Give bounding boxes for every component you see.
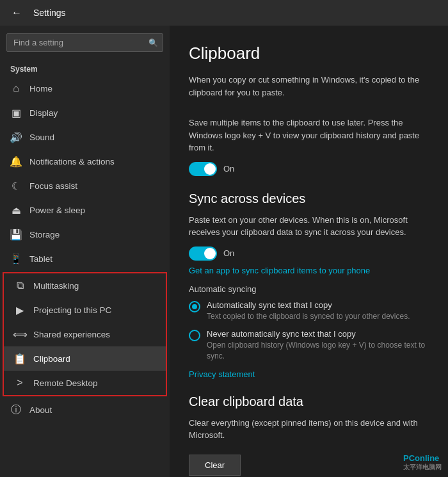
sidebar-item-clipboard[interactable]: 📋 Clipboard xyxy=(4,346,166,371)
notifications-icon: 🔔 xyxy=(10,156,22,167)
sidebar-item-clipboard-label: Clipboard xyxy=(33,354,70,364)
shared-experiences-icon: ⟺ xyxy=(14,328,26,340)
search-icon: 🔍 xyxy=(148,38,158,47)
sidebar-item-shared-experiences[interactable]: ⟺ Shared experiences xyxy=(4,322,166,346)
sidebar-item-projecting[interactable]: ▶ Projecting to this PC xyxy=(4,298,166,322)
projecting-icon: ▶ xyxy=(14,304,26,316)
storage-icon: 💾 xyxy=(10,229,22,240)
sync-toggle[interactable] xyxy=(189,247,217,261)
sidebar-item-display[interactable]: ▣ Display xyxy=(0,101,170,125)
auto-syncing-label: Automatic syncing xyxy=(189,284,429,294)
topbar-title: Settings xyxy=(33,8,66,18)
privacy-link[interactable]: Privacy statement xyxy=(189,369,429,379)
clipboard-history-toggle[interactable] xyxy=(189,162,217,176)
radio2-sub: Open clipboard history (Windows logo key… xyxy=(207,340,429,362)
sidebar-item-power-label: Power & sleep xyxy=(29,206,85,215)
radio1-sub: Text copied to the clipboard is synced t… xyxy=(207,311,410,322)
focus-assist-icon: ☾ xyxy=(10,180,22,191)
sidebar-item-tablet-label: Tablet xyxy=(29,254,52,264)
intro-text: When you copy or cut something in Window… xyxy=(189,74,429,99)
back-button[interactable]: ← xyxy=(8,4,26,22)
remote-desktop-icon: > xyxy=(14,377,26,389)
sound-icon: 🔊 xyxy=(10,131,22,143)
sidebar-item-home-label: Home xyxy=(29,84,52,93)
toggle1-label: On xyxy=(223,164,234,174)
radio1-label: Automatically sync text that I copy xyxy=(207,300,410,310)
sidebar-search-container: 🔍 xyxy=(6,33,163,52)
sidebar-item-multitasking[interactable]: ⧉ Multitasking xyxy=(4,273,166,298)
sidebar-item-notifications[interactable]: 🔔 Notifications & actions xyxy=(0,149,170,174)
sidebar-item-storage[interactable]: 💾 Storage xyxy=(0,222,170,247)
sync-description: Paste text on your other devices. When t… xyxy=(189,214,429,239)
toggle2-row: On xyxy=(189,247,429,261)
home-icon: ⌂ xyxy=(10,83,22,94)
radio-option-auto[interactable]: Automatically sync text that I copy Text… xyxy=(189,300,429,322)
sidebar-item-about-label: About xyxy=(29,405,52,415)
sidebar-item-about[interactable]: ⓘ About xyxy=(0,398,170,422)
clear-section-title: Clear clipboard data xyxy=(189,394,429,409)
radio2-circle xyxy=(189,330,200,341)
toggle2-label: On xyxy=(223,248,234,258)
sidebar-item-home[interactable]: ⌂ Home xyxy=(0,76,170,101)
sidebar: 🔍 System ⌂ Home ▣ Display 🔊 Sound 🔔 Noti… xyxy=(0,26,170,477)
sidebar-item-multitasking-label: Multitasking xyxy=(33,281,79,291)
sidebar-item-display-label: Display xyxy=(29,108,58,118)
sidebar-item-remote-desktop[interactable]: > Remote Desktop xyxy=(4,371,166,395)
clear-description: Clear everything (except pinned items) o… xyxy=(189,417,429,442)
sidebar-item-storage-label: Storage xyxy=(29,230,60,239)
page-title: Clipboard xyxy=(189,44,429,63)
sidebar-section-label: System xyxy=(0,60,170,76)
sidebar-highlight-group: ⧉ Multitasking ▶ Projecting to this PC ⟺… xyxy=(3,272,167,396)
toggle1-row: On xyxy=(189,162,429,176)
history-label: Save multiple items to the clipboard to … xyxy=(189,117,429,154)
toggle2-knob xyxy=(204,248,216,259)
sidebar-item-sound[interactable]: 🔊 Sound xyxy=(0,125,170,149)
sidebar-item-remote-label: Remote Desktop xyxy=(33,378,98,388)
clear-button[interactable]: Clear xyxy=(189,455,241,476)
sidebar-item-focus-assist[interactable]: ☾ Focus assist xyxy=(0,174,170,198)
sidebar-item-notifications-label: Notifications & actions xyxy=(29,157,115,166)
sidebar-item-power-sleep[interactable]: ⏏ Power & sleep xyxy=(0,198,170,222)
radio1-circle xyxy=(189,301,200,312)
about-icon: ⓘ xyxy=(10,404,22,416)
sidebar-item-tablet[interactable]: 📱 Tablet xyxy=(0,247,170,271)
radio2-label: Never automatically sync text that I cop… xyxy=(207,329,429,339)
search-input[interactable] xyxy=(6,33,163,52)
radio1-text-group: Automatically sync text that I copy Text… xyxy=(207,300,410,322)
sync-section-title: Sync across devices xyxy=(189,191,429,206)
sync-phone-link[interactable]: Get an app to sync clipboard items to yo… xyxy=(189,266,429,275)
toggle1-knob xyxy=(204,163,216,175)
multitasking-icon: ⧉ xyxy=(14,280,26,291)
content-area: Clipboard When you copy or cut something… xyxy=(170,26,448,477)
clipboard-icon: 📋 xyxy=(14,353,26,364)
power-icon: ⏏ xyxy=(10,204,22,216)
display-icon: ▣ xyxy=(10,107,22,118)
sidebar-item-focus-label: Focus assist xyxy=(29,181,77,191)
tablet-icon: 📱 xyxy=(10,253,22,264)
main-layout: 🔍 System ⌂ Home ▣ Display 🔊 Sound 🔔 Noti… xyxy=(0,26,448,477)
radio-option-never[interactable]: Never automatically sync text that I cop… xyxy=(189,329,429,362)
top-bar: ← Settings xyxy=(0,0,448,26)
sidebar-item-projecting-label: Projecting to this PC xyxy=(33,305,111,315)
sidebar-item-shared-label: Shared experiences xyxy=(33,330,110,339)
radio2-text-group: Never automatically sync text that I cop… xyxy=(207,329,429,362)
sidebar-item-sound-label: Sound xyxy=(29,133,54,142)
